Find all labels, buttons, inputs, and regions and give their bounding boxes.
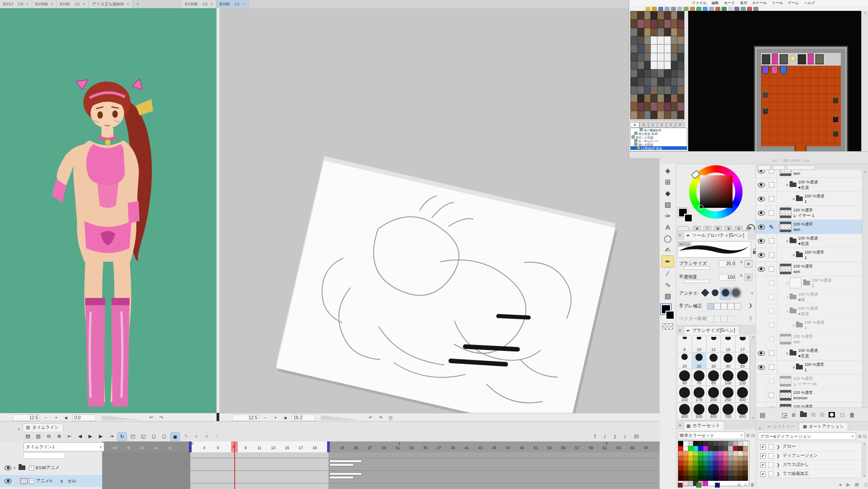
color-swatch[interactable] xyxy=(698,446,703,451)
tile[interactable] xyxy=(671,61,678,69)
gradient2-tool-icon[interactable]: ▧ xyxy=(662,290,674,302)
color-swatch[interactable] xyxy=(688,441,693,446)
color-swatch[interactable] xyxy=(688,471,693,476)
layer-row-●右足[interactable]: ∨100 %通過●右足 xyxy=(756,304,863,318)
panel-menu-icon[interactable]: ≡ xyxy=(676,422,684,430)
check-column[interactable] xyxy=(767,206,777,220)
tile[interactable] xyxy=(657,86,664,94)
color-swatch[interactable] xyxy=(703,451,708,456)
close-icon[interactable]: × xyxy=(242,2,245,6)
tile[interactable] xyxy=(651,61,657,69)
color-swatch[interactable] xyxy=(733,476,738,481)
action-checkbox[interactable]: ✔ xyxy=(760,471,766,477)
tile[interactable] xyxy=(657,111,664,119)
opacity-stepper[interactable]: ⇅ xyxy=(740,274,743,277)
eye-column[interactable] xyxy=(756,388,767,402)
blend-mode-box[interactable] xyxy=(758,165,771,170)
color-swatch[interactable] xyxy=(713,471,718,476)
color-swatch[interactable] xyxy=(678,471,683,476)
color-swatch[interactable] xyxy=(713,476,718,481)
tileset-scrollbar[interactable] xyxy=(630,119,684,121)
collapse-caret-icon[interactable]: ∨ xyxy=(786,281,789,285)
tile[interactable] xyxy=(651,36,657,44)
color-swatch[interactable] xyxy=(678,451,683,456)
curve-tool-icon[interactable]: ∿ xyxy=(662,279,674,290)
check-column[interactable] xyxy=(767,360,777,374)
track-ev30-anime[interactable]: ∨ + EV30アニメ xyxy=(0,461,102,474)
brush-size-12[interactable]: 12 xyxy=(706,336,721,352)
panel-menu-icon[interactable]: ≡ xyxy=(15,427,23,431)
check-column[interactable] xyxy=(767,346,777,360)
color-swatch[interactable] xyxy=(718,456,723,461)
tile[interactable] xyxy=(677,36,684,44)
color-swatch[interactable] xyxy=(683,476,688,481)
map-tree-item[interactable]: 酒と大部屋 xyxy=(631,143,687,146)
color-swatch[interactable] xyxy=(703,476,708,481)
timeline-lanes[interactable] xyxy=(102,452,660,489)
prev-frame-icon[interactable]: ◀ xyxy=(76,432,84,440)
opacity-value[interactable]: 100 xyxy=(719,274,735,281)
check-column[interactable] xyxy=(767,318,777,332)
color-swatch[interactable] xyxy=(703,461,708,466)
tile[interactable] xyxy=(631,102,637,110)
aa-none-option[interactable] xyxy=(700,288,710,300)
color-swatch[interactable] xyxy=(698,441,703,446)
color-swatch[interactable] xyxy=(733,451,738,456)
color-swatch[interactable] xyxy=(683,456,688,461)
tile[interactable] xyxy=(631,11,637,19)
brush-size-value[interactable]: 25.0 xyxy=(719,260,735,267)
recent-color-swatch[interactable] xyxy=(696,483,701,488)
menu-ツール[interactable]: ツール xyxy=(772,0,783,5)
layer-checkbox[interactable] xyxy=(769,182,774,187)
layer-row-●右足[interactable]: ∨100 %通過●右足 xyxy=(756,234,863,248)
color-swatch[interactable] xyxy=(688,451,693,456)
expand-arrow-icon[interactable]: ❯ xyxy=(776,472,780,476)
color-swatch[interactable] xyxy=(743,471,748,476)
color-swatch[interactable] xyxy=(703,441,708,446)
tile[interactable] xyxy=(664,61,671,69)
range-end-marker[interactable] xyxy=(327,441,330,452)
tile[interactable] xyxy=(671,86,678,94)
expand-plus-icon[interactable]: + xyxy=(29,479,34,484)
tool-property-tab[interactable]: ✒ツールプロパティ[Gペン] xyxy=(684,231,748,240)
color-swatch[interactable] xyxy=(728,471,733,476)
zoom-out-button[interactable]: − xyxy=(262,415,269,420)
layer-checkbox[interactable] xyxy=(769,170,774,173)
tile[interactable] xyxy=(657,53,664,61)
doc-tab-EV30B[interactable]: EV30B× xyxy=(32,0,57,8)
tile[interactable] xyxy=(671,94,678,102)
layer-row-レイヤー 1[interactable]: 100 %通常レイヤー 1 xyxy=(756,206,863,220)
new-cel-icon[interactable]: ◰ xyxy=(129,432,137,440)
visibility-eye-icon[interactable] xyxy=(758,170,765,173)
visibility-eye-icon[interactable] xyxy=(758,211,765,216)
brush-size-150[interactable]: 150 xyxy=(677,386,692,403)
timeline-panel-icon[interactable]: ▤ xyxy=(24,432,32,440)
tile[interactable] xyxy=(644,102,651,110)
tile[interactable] xyxy=(664,53,671,61)
brush-size-15[interactable]: 15 xyxy=(721,336,735,352)
tile[interactable] xyxy=(677,77,684,86)
map-tree-item[interactable]: 海の機械倉庫 xyxy=(631,128,687,132)
check-column[interactable] xyxy=(767,262,777,276)
clip-bar[interactable] xyxy=(329,463,354,466)
render-cels-icon[interactable]: ◼ xyxy=(170,432,180,441)
eye-column[interactable] xyxy=(756,346,767,360)
tile[interactable] xyxy=(637,69,644,77)
transparent-color-chip[interactable] xyxy=(662,323,673,330)
import-color-set-icon[interactable]: ⊡ xyxy=(751,433,755,438)
tile[interactable] xyxy=(664,94,671,102)
visibility-eye-icon[interactable] xyxy=(758,365,765,370)
tile[interactable] xyxy=(651,11,657,19)
eye-column[interactable] xyxy=(756,318,767,332)
record-action-icon[interactable]: ● xyxy=(839,482,842,487)
sketch-canvas[interactable] xyxy=(219,8,660,413)
playhead-line[interactable] xyxy=(234,441,235,489)
fill-tool-icon[interactable]: ◆ xyxy=(662,187,674,199)
color-swatch[interactable] xyxy=(693,471,698,476)
color-swatch[interactable] xyxy=(728,441,733,446)
action-dialog-box[interactable] xyxy=(768,471,774,477)
tile[interactable] xyxy=(651,19,657,28)
brush-size-400[interactable]: 400 xyxy=(677,403,692,419)
color-set-preset-select[interactable]: 標準カラーセット∨ xyxy=(678,431,745,439)
tile[interactable] xyxy=(657,28,664,36)
